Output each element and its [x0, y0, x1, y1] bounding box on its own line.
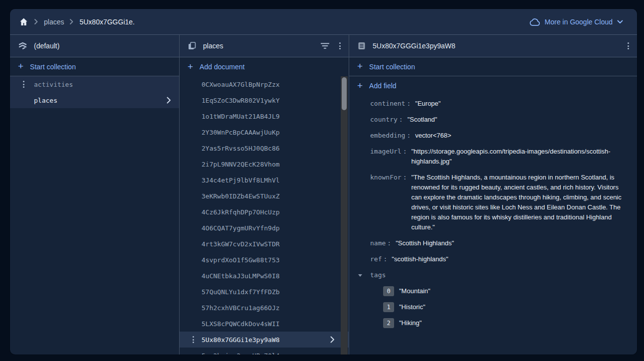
- field-value: "scottish-highlands": [392, 254, 606, 264]
- field-row-imageUrl[interactable]: imageUrl"https://storage.googleapis.com/…: [349, 144, 637, 170]
- document-list-item[interactable]: 4rt3kGW7cvD2xIVwSTDR: [180, 236, 349, 252]
- plus-icon: +: [188, 62, 193, 71]
- more-in-google-cloud-label: More in Google Cloud: [545, 18, 613, 26]
- field-row-embedding[interactable]: embeddingvector<768>: [349, 128, 637, 144]
- document-list-item[interactable]: 4O6CQAT7ygmURvYfn9dp: [180, 220, 349, 236]
- breadcrumb-collection[interactable]: places: [44, 18, 64, 26]
- array-item-row[interactable]: 0"Mountain": [349, 283, 637, 299]
- document-id: 4svprdXoO1f5Gw88t753: [202, 256, 280, 264]
- chevron-right-icon: [330, 336, 335, 343]
- document-id: 4O6CQAT7ygmURvYfn9dp: [202, 224, 280, 232]
- document-list-item[interactable]: 2Yas5rRvsso5HJ0QBc86: [180, 140, 349, 156]
- add-document-button[interactable]: + Add document: [180, 57, 349, 76]
- document-list-item[interactable]: 1EqSZoC3DwR802V1ywkY: [180, 92, 349, 108]
- breadcrumb-document: 5Ux80x7GGGi1e.: [79, 18, 135, 26]
- document-list-item[interactable]: 3eKRwb0IDZb4EwSTUuxZ: [180, 188, 349, 204]
- document-id: 3eKRwb0IDZb4EwSTUuxZ: [202, 192, 280, 200]
- document-list-item[interactable]: 4uCNEtbkaJ3uLMPwS0I8: [180, 268, 349, 284]
- document-title: 5Ux80x7GGGi1e3py9aW8: [373, 42, 455, 50]
- field-list: continent"Europe"country"Scotland"embedd…: [349, 95, 637, 331]
- database-title: (default): [34, 42, 59, 50]
- field-name: tags: [370, 270, 386, 280]
- collapse-caret-icon[interactable]: [358, 274, 362, 277]
- collection-panel-header: places: [180, 35, 349, 57]
- field-name: embedding: [370, 131, 411, 141]
- document-list-item[interactable]: 1o1tWDraMUat21AB4JL9: [180, 108, 349, 124]
- field-value: "Mountain": [399, 286, 614, 296]
- field-row-tags[interactable]: tags: [349, 267, 637, 283]
- field-value: "https://storage.googleapis.com/tripedia…: [411, 147, 626, 167]
- array-index-badge: 0: [383, 286, 394, 296]
- document-id: 5qm3bwiuv3ccmUPv7Ql4: [202, 352, 280, 355]
- field-value: "Hiking": [399, 318, 614, 328]
- document-id: 57QuQNLYu1dxf7YfFDZb: [202, 288, 280, 296]
- kebab-menu-icon[interactable]: [23, 81, 24, 88]
- database-panel: (default) + Start collection activities …: [10, 35, 180, 355]
- document-panel: 5Ux80x7GGGi1e3py9aW8 + Start collection …: [349, 35, 637, 355]
- field-value: vector<768>: [415, 131, 630, 141]
- breadcrumb-separator-icon: [70, 19, 73, 24]
- document-list-item[interactable]: 2Y30WnPcBpCAAAwjUuKp: [180, 124, 349, 140]
- document-id: 1o1tWDraMUat21AB4JL9: [202, 113, 280, 120]
- plus-icon: +: [18, 61, 23, 71]
- plus-icon: +: [357, 61, 363, 71]
- document-id: 0CXwoauAX7GlBpNrpZzx: [202, 81, 280, 88]
- document-list-item[interactable]: 3J4c4etPj9lbVf8LMhVl: [180, 172, 349, 188]
- document-list-item[interactable]: 57h2cxhVBCru1ag66OJz: [180, 300, 349, 316]
- array-item-row[interactable]: 2"Hiking": [349, 315, 637, 331]
- start-collection-button[interactable]: + Start collection: [349, 57, 637, 76]
- plus-icon: +: [357, 81, 363, 90]
- start-collection-button[interactable]: + Start collection: [10, 57, 179, 76]
- field-row-ref[interactable]: ref"scottish-highlands": [349, 251, 637, 267]
- collection-icon: [188, 41, 197, 50]
- field-row-knownFor[interactable]: knownFor"The Scottish Highlands, a mount…: [349, 170, 637, 235]
- document-panel-header: 5Ux80x7GGGi1e3py9aW8: [349, 35, 637, 57]
- array-index-badge: 1: [383, 302, 394, 312]
- document-list-item[interactable]: 5LXS8cPQWCdkDov4sWII: [180, 316, 349, 332]
- collection-tree: activities places: [10, 76, 179, 108]
- document-list-item[interactable]: 0CXwoauAX7GlBpNrpZzx: [180, 76, 349, 92]
- document-list-item[interactable]: 4svprdXoO1f5Gw88t753: [180, 252, 349, 268]
- collection-title: places: [203, 42, 223, 50]
- kebab-menu-icon[interactable]: [628, 42, 629, 49]
- document-id: 3J4c4etPj9lbVf8LMhVl: [202, 177, 280, 184]
- document-id: 2Yas5rRvsso5HJ0QBc86: [202, 145, 280, 152]
- document-icon: [357, 41, 366, 50]
- collection-item-activities[interactable]: activities: [10, 76, 179, 92]
- more-in-google-cloud-button[interactable]: More in Google Cloud: [529, 18, 623, 26]
- home-icon[interactable]: [19, 17, 28, 26]
- breadcrumb-separator-icon: [34, 19, 38, 24]
- document-list-item[interactable]: 5Ux80x7GGGi1e3py9aW8: [180, 332, 349, 348]
- document-id: 2i7pL9NNV2QEcK28Vhom: [202, 161, 280, 168]
- field-name: imageUrl: [370, 147, 407, 157]
- document-list-item[interactable]: 5qm3bwiuv3ccmUPv7Ql4: [180, 348, 349, 355]
- document-list-item[interactable]: 2i7pL9NNV2QEcK28Vhom: [180, 156, 349, 172]
- kebab-menu-icon[interactable]: [193, 336, 194, 343]
- field-row-continent[interactable]: continent"Europe": [349, 96, 637, 112]
- scrollbar-thumb[interactable]: [342, 77, 347, 110]
- field-name: country: [370, 115, 403, 125]
- array-item-row[interactable]: 1"Historic": [349, 299, 637, 315]
- collection-item-places[interactable]: places: [10, 92, 179, 108]
- document-id: 5LXS8cPQWCdkDov4sWII: [202, 320, 280, 328]
- field-name: continent: [370, 99, 411, 109]
- field-value: "Scottish Highlands": [396, 238, 610, 248]
- document-id: 4uCNEtbkaJ3uLMPwS0I8: [202, 272, 280, 280]
- database-panel-header: (default): [10, 35, 179, 57]
- kebab-menu-icon[interactable]: [339, 42, 341, 49]
- breadcrumb-bar: places 5Ux80x7GGGi1e. More in Google Clo…: [10, 9, 637, 35]
- field-name: knownFor: [370, 173, 407, 182]
- document-list-item[interactable]: 57QuQNLYu1dxf7YfFDZb: [180, 284, 349, 300]
- cloud-icon: [529, 18, 540, 26]
- add-field-button[interactable]: + Add field: [349, 76, 637, 95]
- document-list-item[interactable]: 4Cz6JkRfqhDPp7OHcUzp: [180, 204, 349, 220]
- filter-icon[interactable]: [321, 42, 329, 49]
- document-id: 4Cz6JkRfqhDPp7OHcUzp: [202, 208, 280, 216]
- firestore-console-window: places 5Ux80x7GGGi1e. More in Google Clo…: [10, 9, 637, 355]
- scrollbar-track[interactable]: [341, 76, 348, 355]
- field-name: name: [370, 238, 391, 248]
- field-row-name[interactable]: name"Scottish Highlands": [349, 235, 637, 251]
- field-value: "Scotland": [408, 115, 622, 125]
- field-value: "Historic": [399, 302, 614, 312]
- field-row-country[interactable]: country"Scotland": [349, 112, 637, 128]
